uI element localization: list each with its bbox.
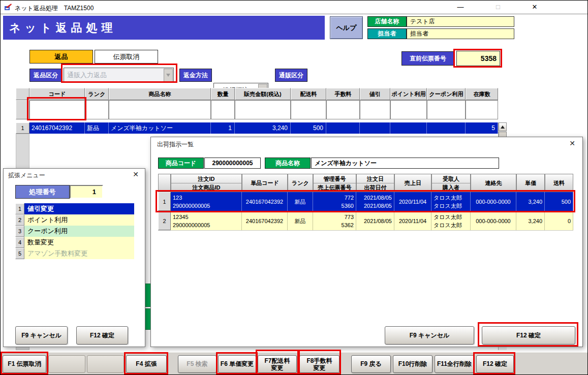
header-qty: 数量 xyxy=(211,88,235,100)
ext-menu-cancel-button[interactable]: F9 キャンセル xyxy=(15,326,68,345)
close-button[interactable]: ✕ xyxy=(524,1,545,14)
sh-rownum xyxy=(158,174,171,192)
cell-rank: 新品 xyxy=(288,211,313,230)
menu-item-qty-change[interactable]: 4 数量変更 xyxy=(15,237,134,248)
f8-handling-fee-button[interactable]: F8手数料 変更 xyxy=(299,355,339,373)
menu-item-label: クーポン利用 xyxy=(24,226,134,237)
cell-unit-price: 3,240 xyxy=(516,211,545,230)
sh-sales-date: 売上日 xyxy=(394,174,431,192)
cell-rownum: 1 xyxy=(16,122,29,134)
return-type-combo[interactable]: 通販入力返品 xyxy=(64,68,174,83)
sh-mgmt: 管理番号 売上伝票番号 xyxy=(313,174,356,192)
discount-input[interactable] xyxy=(360,100,390,119)
cell-rank: 新品 xyxy=(85,122,109,134)
point-input[interactable] xyxy=(390,100,427,119)
header-code: コード xyxy=(29,88,85,100)
f1-slip-cancel-button[interactable]: F1 伝票取消 xyxy=(3,355,46,373)
header-amount: 販売金額(税込) xyxy=(235,88,291,100)
app-icon xyxy=(4,3,12,11)
f12-confirm-button[interactable]: F12 確定 xyxy=(476,355,514,373)
shipping-dialog-title: 出荷指示一覧 xyxy=(157,140,194,149)
header-name: 商品名称 xyxy=(109,88,211,100)
menu-item-discount-change[interactable]: 1 値引変更 xyxy=(15,203,134,214)
f10-delete-row-button[interactable]: F10行削除 xyxy=(393,355,432,373)
menu-item-num: 4 xyxy=(15,237,24,248)
entry-row xyxy=(16,100,498,119)
chevron-down-icon[interactable] xyxy=(164,69,173,82)
cell-order-id: 123 290000000005 xyxy=(171,192,242,211)
menu-item-num: 1 xyxy=(15,203,24,214)
shipping-row[interactable]: 2 12345 290000000005 240167042392 新品 773… xyxy=(158,211,573,231)
header-rownum xyxy=(16,88,29,100)
f4-extend-button[interactable]: F4 拡張 xyxy=(126,355,167,373)
sh-receiver-top: 受取人 xyxy=(432,175,470,183)
minimize-button[interactable]: — xyxy=(450,1,471,14)
sh-unit-price: 単価 xyxy=(516,174,545,192)
ext-menu-dialog-title: 拡張メニュー xyxy=(8,171,45,180)
cell-sales-date: 2020/11/04 xyxy=(394,211,431,230)
header-fee: 手数料 xyxy=(326,88,360,100)
cell-rownum: 1 xyxy=(158,192,171,211)
shipping-cancel-button[interactable]: F9 キャンセル xyxy=(385,326,474,345)
cell-sales-date: 2020/11/04 xyxy=(394,192,431,211)
f9-back-button[interactable]: F9 戻る xyxy=(351,355,391,373)
close-icon[interactable]: ✕ xyxy=(569,139,575,147)
main-table-header: コード ランク 商品名称 数量 販売金額(税込) 配送料 手数料 値引 ポイント… xyxy=(16,88,498,100)
menu-item-amazon-fee-change: 5 アマゾン手数料変更 xyxy=(15,248,134,259)
menu-item-num: 5 xyxy=(15,248,24,259)
f7-shipping-fee-button[interactable]: F7配送料 変更 xyxy=(258,355,297,373)
help-button[interactable]: ヘルプ xyxy=(330,16,363,39)
name-input[interactable] xyxy=(109,100,211,119)
f6-unit-price-button[interactable]: F6 単価変更 xyxy=(218,355,256,373)
sh-order-id-top: 注文ID xyxy=(171,175,241,183)
menu-item-label: 数量変更 xyxy=(24,237,134,248)
stock-input[interactable] xyxy=(466,100,498,119)
sh-order-id-bottom: 注文商品ID xyxy=(171,183,241,192)
return-mode-button[interactable]: 返品 xyxy=(29,50,93,64)
prev-slip-value: 5358 xyxy=(456,51,500,66)
maximize-button: □ xyxy=(487,1,509,14)
sh-receiver-bottom: 購入者 xyxy=(432,183,470,192)
process-no-label: 処理番号 xyxy=(15,185,70,199)
cell-coupon xyxy=(427,122,466,134)
amount-input[interactable] xyxy=(235,100,291,119)
fee-input[interactable] xyxy=(326,100,360,119)
product-code-label: 商品コード xyxy=(158,158,204,169)
refund-method-label: 返金方法 xyxy=(179,69,212,82)
cell-name: メンズ半袖カットソー xyxy=(109,122,211,134)
store-name-value: テスト店 xyxy=(407,16,514,27)
cell-amount: 3,240 xyxy=(235,122,291,134)
qty-input[interactable] xyxy=(211,100,235,119)
coupon-input[interactable] xyxy=(427,100,466,119)
cell-item-code: 240167042392 xyxy=(242,192,288,211)
table-row[interactable]: 1 240167042392 新品 メンズ半袖カットソー 1 3,240 500… xyxy=(16,122,498,134)
code-input[interactable] xyxy=(29,100,85,119)
process-no-input[interactable]: 1 xyxy=(70,185,103,199)
sh-mgmt-top: 管理番号 xyxy=(314,175,356,183)
entry-rownum xyxy=(16,100,29,119)
scroll-up-icon[interactable] xyxy=(499,122,507,131)
ext-menu-confirm-button[interactable]: F12 確定 xyxy=(76,326,128,345)
header-discount: 値引 xyxy=(360,88,390,100)
shipping-row[interactable]: 1 123 290000000005 240167042392 新品 772 5… xyxy=(158,192,573,211)
cell-order-id: 12345 290000000005 xyxy=(171,211,242,230)
cell-stock: 5 xyxy=(466,122,498,134)
header-point: ポイント利用 xyxy=(390,88,427,100)
menu-item-coupon-use[interactable]: 3 クーポン利用 xyxy=(15,226,134,237)
menu-item-point-use[interactable]: 2 ポイント利用 xyxy=(15,214,134,226)
shipping-input[interactable] xyxy=(291,100,326,119)
f5-search-button: F5 検索 xyxy=(178,355,216,373)
product-name-label: 商品名称 xyxy=(265,158,311,169)
shipping-table-header: 注文ID 注文商品ID 単品コード ランク 管理番号 売上伝票番号 注文日 出荷… xyxy=(158,174,573,192)
f11-delete-all-button[interactable]: F11全行削除 xyxy=(435,355,474,373)
slip-cancel-mode-button[interactable]: 伝票取消 xyxy=(95,50,158,64)
cell-receiver: タロス太郎 タロス太郎 xyxy=(431,211,471,230)
sh-date-top: 注文日 xyxy=(357,175,394,183)
close-icon[interactable]: ✕ xyxy=(133,170,139,178)
staff-value: 担当者 xyxy=(407,28,514,39)
shipping-confirm-button[interactable]: F12 確定 xyxy=(482,326,575,345)
rank-input[interactable] xyxy=(85,100,109,119)
sh-shipping-fee: 送料 xyxy=(545,174,573,192)
cell-point xyxy=(390,122,427,134)
cell-rank: 新品 xyxy=(288,192,313,211)
